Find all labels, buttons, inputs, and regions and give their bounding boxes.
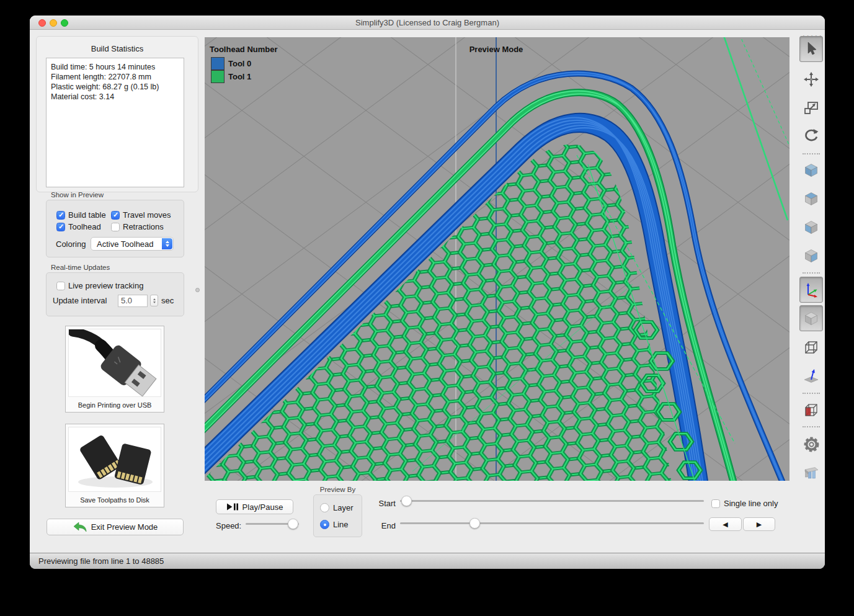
tool1-swatch xyxy=(211,70,225,83)
coloring-select-stepper-icon[interactable] xyxy=(162,238,172,249)
cross-section-icon xyxy=(803,402,819,418)
single-line-only-label: Single line only xyxy=(724,499,778,508)
start-label: Start xyxy=(371,499,396,508)
next-line-button[interactable]: ▶ xyxy=(743,517,775,531)
start-slider[interactable] xyxy=(400,495,704,507)
coloring-select-value: Active Toolhead xyxy=(97,239,154,249)
settings-button[interactable] xyxy=(799,431,823,457)
tool0-label: Tool 0 xyxy=(228,59,251,68)
end-slider-thumb[interactable] xyxy=(469,518,480,529)
solid-view-button[interactable] xyxy=(799,305,823,331)
view-cube-top-icon xyxy=(803,190,820,207)
stat-build-time: Build time: 5 hours 14 minutes xyxy=(51,62,179,72)
support-structures-button[interactable] xyxy=(799,460,823,486)
single-line-only-checkbox[interactable] xyxy=(711,499,720,508)
wireframe-cube-icon xyxy=(803,339,819,355)
begin-printing-usb-button[interactable]: Begin Printing over USB xyxy=(65,326,164,413)
travel-moves-label: Travel moves xyxy=(123,210,171,220)
coordinate-axes-button[interactable] xyxy=(799,277,823,303)
status-text: Previewing file from line 1 to 48885 xyxy=(38,556,164,566)
end-label: End xyxy=(371,521,396,530)
exit-preview-mode-label: Exit Preview Mode xyxy=(91,522,158,532)
start-slider-track[interactable] xyxy=(400,500,704,502)
preview-by-line-radio[interactable] xyxy=(320,520,329,529)
sd-cards-image xyxy=(68,427,161,492)
legend-title: Toolhead Number xyxy=(210,45,278,54)
toolbar-separator xyxy=(803,272,820,274)
support-structures-icon xyxy=(803,465,819,481)
toolbar-separator xyxy=(803,153,820,154)
play-pause-icon xyxy=(226,503,239,511)
back-arrow-icon xyxy=(73,522,87,532)
title-bar[interactable]: Simplify3D (Licensed to Craig Bergman) xyxy=(30,16,825,30)
stat-plastic-weight: Plastic weight: 68.27 g (0.15 lb) xyxy=(51,82,179,92)
view-cube-top-button[interactable] xyxy=(799,185,823,212)
live-preview-tracking-checkbox[interactable] xyxy=(56,282,65,290)
save-toolpaths-button[interactable]: Save Toolpaths to Disk xyxy=(65,424,164,507)
preview-by-layer-radio[interactable] xyxy=(320,503,329,512)
coloring-select[interactable]: Active Toolhead xyxy=(91,237,174,251)
view-cube-side-icon xyxy=(803,248,820,264)
surface-normal-icon xyxy=(803,368,819,384)
coloring-label: Coloring xyxy=(56,239,86,249)
window-title: Simplify3D (Licensed to Craig Bergman) xyxy=(30,18,825,27)
cursor-tool-button[interactable] xyxy=(799,36,823,62)
surface-normals-button[interactable] xyxy=(799,363,823,389)
update-interval-label: Update interval xyxy=(53,296,107,305)
scale-icon xyxy=(803,100,819,116)
tool0-swatch xyxy=(211,57,225,70)
view-cube-front-icon xyxy=(803,219,820,236)
view-cube-iso-button[interactable] xyxy=(799,157,823,183)
travel-moves-checkbox[interactable] xyxy=(111,211,120,220)
show-in-preview-label: Show in Preview xyxy=(51,191,104,199)
view-cube-side-button[interactable] xyxy=(799,243,823,269)
speed-slider-thumb[interactable] xyxy=(288,519,298,529)
move-tool-button[interactable] xyxy=(799,66,823,92)
save-toolpaths-label: Save Toolpaths to Disk xyxy=(66,496,164,504)
view-cube-front-button[interactable] xyxy=(799,214,823,240)
realtime-updates-group xyxy=(46,272,184,316)
update-interval-field[interactable]: 5.0 xyxy=(118,295,148,307)
preview-by-label: Preview By xyxy=(313,486,362,493)
toolhead-label: Toolhead xyxy=(68,222,101,231)
panel-splitter-handle[interactable] xyxy=(195,288,200,292)
play-pause-label: Play/Pause xyxy=(242,502,283,512)
cross-section-button[interactable] xyxy=(799,397,823,423)
update-interval-stepper-icon[interactable] xyxy=(150,295,158,306)
play-pause-button[interactable]: Play/Pause xyxy=(216,499,293,514)
build-table-label: Build table xyxy=(68,210,106,220)
stat-material-cost: Material cost: 3.14 xyxy=(51,92,179,102)
build-statistics-title: Build Statistics xyxy=(36,44,198,53)
gear-icon xyxy=(803,436,820,453)
toolhead-checkbox[interactable] xyxy=(56,223,65,231)
stat-filament-length: Filament length: 22707.8 mm xyxy=(51,72,179,82)
preview-3d-viewport[interactable]: Toolhead Number Tool 0 Tool 1 Preview Mo… xyxy=(205,37,790,481)
build-table-checkbox[interactable] xyxy=(56,211,65,220)
retractions-label: Retractions xyxy=(123,222,164,231)
view-cube-iso-icon xyxy=(803,162,820,179)
end-slider-track[interactable] xyxy=(400,522,704,524)
end-slider[interactable] xyxy=(400,517,704,529)
next-arrow-icon: ▶ xyxy=(757,520,762,529)
preview-by-group xyxy=(313,494,362,537)
retractions-checkbox[interactable] xyxy=(111,223,120,231)
scale-tool-button[interactable] xyxy=(799,95,823,121)
toolbar-separator xyxy=(803,393,820,394)
previous-line-button[interactable]: ◀ xyxy=(709,517,742,531)
wireframe-view-button[interactable] xyxy=(799,334,823,360)
rotate-tool-button[interactable] xyxy=(799,122,823,148)
start-slider-thumb[interactable] xyxy=(401,496,412,506)
live-preview-tracking-label: Live preview tracking xyxy=(68,281,143,290)
exit-preview-mode-button[interactable]: Exit Preview Mode xyxy=(47,519,184,535)
begin-printing-usb-label: Begin Printing over USB xyxy=(66,401,164,409)
build-statistics-box: Build time: 5 hours 14 minutes Filament … xyxy=(46,58,184,187)
solid-cube-icon xyxy=(803,310,820,327)
speed-slider[interactable] xyxy=(246,518,299,530)
previous-arrow-icon: ◀ xyxy=(723,520,727,529)
realtime-updates-label: Real-time Updates xyxy=(51,264,110,271)
toolpath-preview-canvas xyxy=(205,37,790,481)
move-icon xyxy=(803,71,819,87)
status-bar: Previewing file from line 1 to 48885 xyxy=(30,553,825,569)
coordinate-axes-icon xyxy=(803,282,819,298)
speed-label: Speed: xyxy=(216,521,241,530)
